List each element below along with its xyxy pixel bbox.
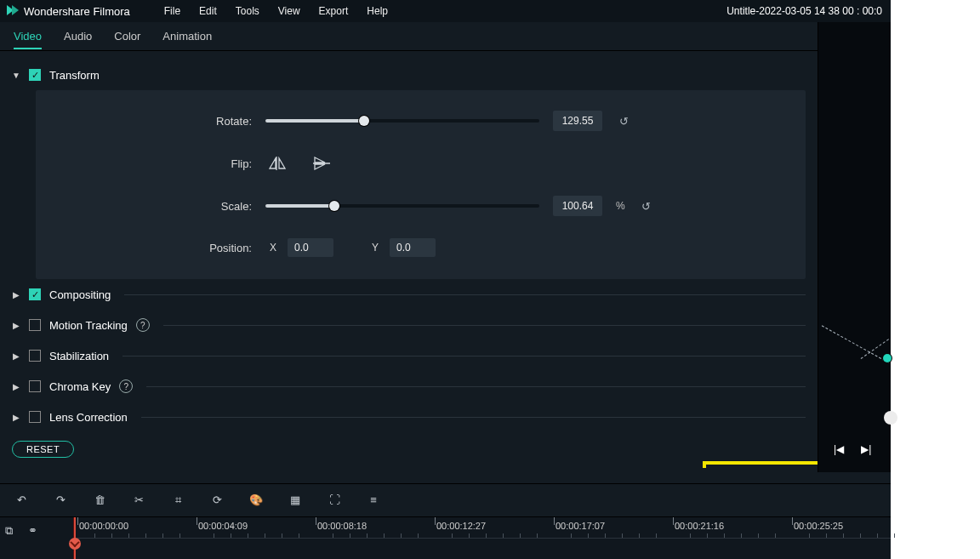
section-motion-header[interactable]: ▶ Motion Tracking ? — [12, 310, 806, 340]
slider-scale[interactable] — [265, 204, 539, 208]
speed-icon[interactable]: ⟳ — [209, 493, 225, 508]
keyframe-dot-icon[interactable] — [883, 354, 892, 362]
chevron-right-icon: ▶ — [12, 382, 20, 391]
preview-panel: |◀ ▶| — [818, 22, 891, 472]
label-flip: Flip: — [70, 157, 265, 170]
app-window: Wondershare Filmora File Edit Tools View… — [0, 0, 891, 559]
tab-video[interactable]: Video — [14, 30, 42, 49]
timeline-toolbar: ↶ ↷ 🗑 ✂ ⌗ ⟳ 🎨 ▦ ⛶ ≡ — [0, 483, 891, 517]
right-empty-area — [891, 0, 980, 559]
checkbox-stab[interactable] — [29, 350, 41, 362]
greenscreen-icon[interactable]: ▦ — [288, 493, 303, 508]
reset-rotate-icon[interactable]: ↺ — [616, 113, 631, 128]
checkbox-transform[interactable] — [29, 69, 41, 81]
chevron-right-icon: ▶ — [12, 290, 20, 299]
label-rotate: Rotate: — [70, 115, 265, 128]
cut-icon[interactable]: ✂ — [131, 493, 146, 508]
label-y: Y — [368, 242, 383, 254]
ruler-timecode: 00:00:12:27 — [436, 521, 486, 531]
add-track-icon[interactable]: ⧉ — [5, 524, 13, 538]
timeline[interactable]: ⧉ ⚭ 00:00:00:0000:00:04:0900:00:08:1800:… — [0, 517, 891, 560]
settings-icon[interactable]: ≡ — [366, 493, 381, 508]
section-compositing-header[interactable]: ▶ Compositing — [12, 279, 806, 310]
transform-card: Rotate: 129.55 ↺ Flip: — [36, 90, 806, 279]
section-transform-label: Transform — [49, 69, 100, 82]
svg-marker-1 — [12, 5, 19, 15]
section-compositing-label: Compositing — [49, 288, 111, 301]
flip-vertical-icon[interactable] — [310, 153, 333, 174]
timeline-ruler[interactable]: 00:00:00:0000:00:04:0900:00:08:1800:00:1… — [74, 517, 891, 538]
menu-help[interactable]: Help — [367, 5, 388, 17]
undo-icon[interactable]: ↶ — [14, 493, 29, 508]
checkbox-chroma[interactable] — [29, 380, 41, 392]
section-transform-header[interactable]: ▼ Transform — [12, 60, 806, 90]
tab-color[interactable]: Color — [114, 30, 140, 43]
section-stab-header[interactable]: ▶ Stabilization — [12, 340, 806, 371]
crop-icon[interactable]: ⌗ — [170, 493, 185, 508]
section-chroma-label: Chroma Key — [49, 380, 111, 393]
ruler-timecode: 00:00:17:07 — [556, 521, 605, 531]
flip-horizontal-icon[interactable] — [265, 153, 289, 174]
row-scale: Scale: 100.64 % ↺ — [70, 196, 772, 216]
tab-audio[interactable]: Audio — [64, 30, 92, 43]
menu-file[interactable]: File — [164, 5, 180, 17]
label-position: Position: — [70, 242, 265, 254]
menu-view[interactable]: View — [278, 5, 300, 17]
row-rotate: Rotate: 129.55 ↺ — [70, 111, 772, 131]
brand-name: Wondershare Filmora — [24, 5, 130, 18]
chevron-right-icon: ▶ — [12, 413, 20, 422]
playhead[interactable] — [74, 517, 76, 560]
chevron-down-icon: ▼ — [12, 71, 20, 80]
menu-export[interactable]: Export — [319, 5, 349, 17]
ruler-timecode: 00:00:08:18 — [317, 521, 367, 531]
highlight-box — [703, 461, 818, 468]
timeline-left-tools: ⧉ ⚭ — [0, 517, 73, 560]
reset-button[interactable]: RESET — [12, 441, 74, 458]
section-motion-label: Motion Tracking — [49, 319, 128, 332]
help-icon[interactable]: ? — [136, 318, 150, 332]
color-icon[interactable]: 🎨 — [248, 493, 264, 508]
chevron-right-icon: ▶ — [12, 351, 20, 361]
step-forward-icon[interactable]: ▶| — [861, 443, 871, 455]
timeline-track-area[interactable]: 00:00:00:0000:00:04:0900:00:08:1800:00:1… — [73, 517, 891, 560]
delete-icon[interactable]: 🗑 — [92, 493, 107, 508]
scrub-handle[interactable] — [884, 411, 897, 425]
brand: Wondershare Filmora — [5, 3, 164, 20]
checkbox-motion[interactable] — [29, 319, 41, 331]
menubar: Wondershare Filmora File Edit Tools View… — [0, 0, 891, 22]
panel-actions: RESET — [12, 441, 806, 458]
checkbox-compositing[interactable] — [29, 288, 41, 300]
player-controls: |◀ ▶| — [834, 443, 885, 455]
property-tabs: Video Audio Color Animation — [0, 22, 818, 51]
playhead-handle-icon[interactable] — [69, 538, 81, 550]
document-title: Untitle-2022-03-05 14 38 00 : 00:0 — [726, 5, 886, 17]
menu-tools[interactable]: Tools — [236, 5, 259, 17]
section-stab-label: Stabilization — [49, 350, 109, 362]
checkbox-lens[interactable] — [29, 411, 41, 423]
row-position: Position: X 0.0 Y 0.0 — [70, 238, 772, 257]
ruler-timecode: 00:00:21:16 — [675, 521, 724, 531]
label-x: X — [265, 242, 281, 254]
ruler-timecode: 00:00:25:25 — [794, 521, 843, 531]
properties-panel: ▼ Transform Rotate: 129.55 — [0, 51, 818, 468]
section-lens-header[interactable]: ▶ Lens Correction — [12, 402, 806, 432]
menu-edit[interactable]: Edit — [199, 5, 217, 17]
reset-scale-icon[interactable]: ↺ — [639, 198, 654, 214]
value-pos-y[interactable]: 0.0 — [390, 238, 436, 257]
unit-percent: % — [616, 200, 625, 212]
filmora-icon — [5, 3, 19, 20]
slider-rotate[interactable] — [265, 119, 539, 123]
expand-icon[interactable]: ⛶ — [327, 493, 342, 508]
top-menu: File Edit Tools View Export Help — [164, 5, 388, 17]
tab-animation[interactable]: Animation — [162, 30, 212, 43]
value-rotate[interactable]: 129.55 — [553, 111, 602, 131]
chevron-right-icon: ▶ — [12, 321, 20, 330]
section-lens-label: Lens Correction — [49, 411, 128, 424]
redo-icon[interactable]: ↷ — [53, 493, 68, 508]
value-pos-x[interactable]: 0.0 — [288, 238, 333, 257]
step-back-icon[interactable]: |◀ — [834, 443, 844, 455]
section-chroma-header[interactable]: ▶ Chroma Key ? — [12, 371, 806, 402]
help-icon[interactable]: ? — [119, 379, 133, 393]
link-icon[interactable]: ⚭ — [28, 524, 37, 537]
value-scale[interactable]: 100.64 — [553, 196, 602, 216]
